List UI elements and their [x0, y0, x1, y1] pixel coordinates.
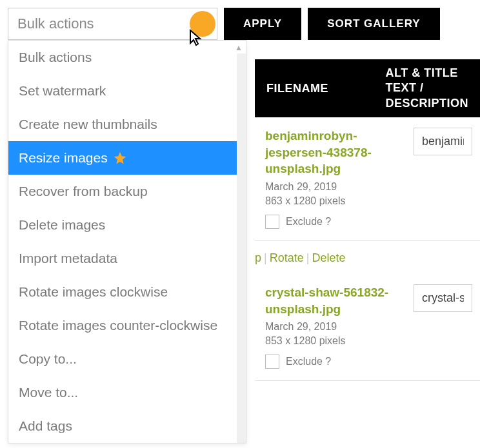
dropdown-item[interactable]: Move to...: [8, 376, 246, 409]
exclude-label: Exclude ?: [286, 216, 331, 228]
dropdown-item-label: Copy to...: [19, 351, 77, 367]
dropdown-item[interactable]: Copy to...: [8, 342, 246, 376]
filename-cell: crystal-shaw-561832-unsplash.jpgMarch 29…: [265, 284, 414, 369]
filename-link[interactable]: crystal-shaw-561832-unsplash.jpg: [265, 284, 414, 317]
table-row: benjaminrobyn-jespersen-438378-unsplash.…: [255, 117, 480, 241]
table-header: FILENAME ALT & TITLE TEXT / DESCRIPTION: [255, 59, 480, 117]
exclude-row: Exclude ?: [265, 215, 414, 229]
dropdown-item-label: Create new thumbnails: [19, 117, 157, 132]
dropdown-item[interactable]: Import metadata: [8, 242, 246, 275]
dropdown-item-label: Move to...: [19, 385, 78, 400]
scrollbar[interactable]: [237, 54, 246, 443]
table-row: crystal-shaw-561832-unsplash.jpgMarch 29…: [255, 274, 480, 381]
alt-input[interactable]: [414, 128, 472, 155]
apply-button[interactable]: APPLY: [224, 8, 301, 40]
bulk-actions-select[interactable]: Bulk actions ▲ Bulk actionsSet watermark…: [8, 8, 217, 40]
file-date: March 29, 2019: [265, 181, 414, 193]
filename-link[interactable]: benjaminrobyn-jespersen-438378-unsplash.…: [265, 128, 414, 177]
dropdown-item-label: Delete images: [19, 217, 105, 233]
dropdown-item-label: Import metadata: [19, 251, 117, 266]
dropdown-item[interactable]: Delete images: [8, 208, 246, 242]
toolbar: Bulk actions ▲ Bulk actionsSet watermark…: [0, 0, 480, 40]
dropdown-item-label: Bulk actions: [19, 50, 92, 65]
main-content: FILENAME ALT & TITLE TEXT / DESCRIPTION …: [255, 59, 480, 381]
dropdown-item-label: Add tags: [19, 418, 72, 434]
dropdown-item[interactable]: Create new thumbnails: [8, 108, 246, 141]
dropdown-item[interactable]: Rotate images clockwise: [8, 275, 246, 309]
dropdown-item[interactable]: Set watermark: [8, 74, 246, 108]
sort-gallery-button[interactable]: SORT GALLERY: [308, 8, 440, 40]
header-filename: FILENAME: [255, 82, 374, 95]
star-icon: [113, 151, 127, 165]
cursor-icon: [188, 29, 204, 51]
rotate-link[interactable]: Rotate: [270, 251, 304, 264]
file-dimensions: 863 x 1280 pixels: [265, 195, 414, 207]
dropdown-item-label: Rotate images clockwise: [19, 284, 168, 300]
dropdown-item-label: Recover from backup: [19, 184, 148, 199]
delete-link[interactable]: Delete: [312, 251, 345, 264]
dropdown-item-label: Resize images: [19, 150, 108, 166]
dropdown-item[interactable]: Rotate images counter-clockwise: [8, 309, 246, 342]
exclude-label: Exclude ?: [286, 356, 331, 367]
alt-cell: [414, 128, 480, 229]
alt-cell: [414, 284, 480, 369]
separator: |: [264, 251, 267, 264]
exclude-checkbox[interactable]: [265, 355, 279, 369]
scroll-up-icon[interactable]: ▲: [233, 42, 245, 54]
header-alt: ALT & TITLE TEXT / DESCRIPTION: [374, 66, 480, 111]
alt-input[interactable]: [414, 284, 472, 312]
dropdown-item-label: Rotate images counter-clockwise: [19, 318, 217, 333]
select-current[interactable]: Bulk actions: [8, 8, 217, 40]
select-current-label: Bulk actions: [17, 15, 94, 32]
dropdown-item[interactable]: Bulk actions: [8, 41, 246, 74]
filename-cell: benjaminrobyn-jespersen-438378-unsplash.…: [265, 128, 414, 229]
exclude-checkbox[interactable]: [265, 215, 279, 229]
row-actions: p|Rotate|Delete: [255, 241, 480, 274]
file-dimensions: 853 x 1280 pixels: [265, 335, 414, 347]
file-date: March 29, 2019: [265, 321, 414, 333]
bulk-actions-dropdown: ▲ Bulk actionsSet watermarkCreate new th…: [8, 40, 246, 443]
dropdown-item-label: Set watermark: [19, 83, 106, 99]
dropdown-item[interactable]: Add tags: [8, 409, 246, 443]
separator: |: [306, 251, 310, 264]
action-partial: p: [255, 251, 261, 264]
dropdown-item[interactable]: Resize images: [8, 141, 246, 175]
dropdown-item[interactable]: Recover from backup: [8, 175, 246, 208]
exclude-row: Exclude ?: [265, 355, 414, 369]
